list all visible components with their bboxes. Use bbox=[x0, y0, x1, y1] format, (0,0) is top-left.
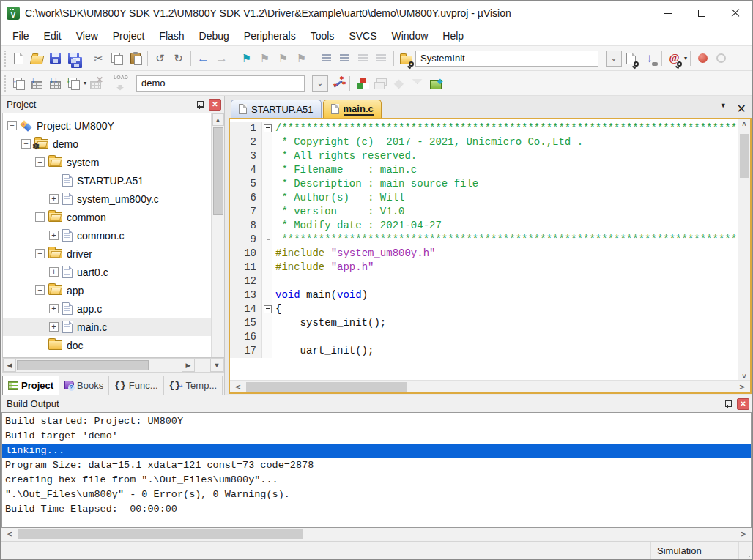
bookmark-next-button[interactable]: ⚑ bbox=[274, 49, 292, 68]
batch-build-button[interactable]: ↓ bbox=[64, 74, 83, 93]
tree-expander[interactable]: + bbox=[49, 322, 59, 332]
tree-item-project-um800y[interactable]: −Project: UM800Y bbox=[3, 116, 211, 135]
code-line[interactable]: 15 system_init(); bbox=[230, 316, 738, 330]
tree-item-demo[interactable]: −✽demo bbox=[3, 135, 211, 153]
code-line[interactable]: 5 * Description : main source file bbox=[230, 177, 738, 191]
code-line[interactable]: 11#include "app.h" bbox=[230, 261, 738, 275]
editor-scroll-down-icon[interactable]: ∨ bbox=[737, 372, 751, 380]
tree-item-startup-a51[interactable]: STARTUP.A51 bbox=[3, 171, 211, 190]
menu-debug[interactable]: Debug bbox=[192, 28, 237, 44]
toolbar-grip[interactable] bbox=[4, 51, 7, 67]
build-output-line[interactable]: creating hex file from ".\Out_Files\um80… bbox=[2, 473, 751, 488]
scroll-right-icon[interactable]: ▶ bbox=[182, 359, 195, 372]
find-button[interactable] bbox=[622, 49, 640, 68]
search-dropdown-button[interactable]: ⌄ bbox=[606, 51, 622, 67]
tree-expander[interactable]: − bbox=[7, 121, 17, 130]
download-button[interactable]: LOAD bbox=[111, 74, 130, 93]
menu-project[interactable]: Project bbox=[105, 28, 152, 44]
editor-vertical-scrollbar[interactable]: ∧ ∨ bbox=[738, 119, 750, 380]
cut-button[interactable]: ✂ bbox=[89, 49, 108, 68]
code-line[interactable]: 10#include "system_um800y.h" bbox=[230, 247, 738, 261]
build-output-close-button[interactable]: ✕ bbox=[737, 398, 749, 410]
panel-tab-functions[interactable]: {}Func... bbox=[109, 376, 163, 395]
indent-button[interactable] bbox=[335, 49, 354, 68]
manage-books-button[interactable] bbox=[426, 74, 445, 93]
build-output-line[interactable]: Program Size: data=15.1 xdata=121 const=… bbox=[2, 458, 751, 473]
breakpoint-disable-button[interactable] bbox=[712, 49, 730, 68]
navigate-forward-button[interactable]: → bbox=[212, 49, 231, 68]
tree-item-app-c[interactable]: +app.c bbox=[3, 299, 211, 318]
project-hscroll-thumb[interactable] bbox=[17, 360, 149, 370]
tree-expander[interactable]: − bbox=[21, 139, 31, 149]
resize-grip[interactable] bbox=[739, 542, 752, 559]
build-hscroll-thumb[interactable] bbox=[18, 529, 303, 539]
tree-expander[interactable]: − bbox=[35, 285, 45, 295]
fold-margin[interactable] bbox=[262, 122, 272, 135]
scroll-down-icon[interactable]: ▼ bbox=[210, 359, 223, 372]
panel-tab-books[interactable]: Books bbox=[59, 376, 109, 395]
menu-peripherals[interactable]: Peripherals bbox=[237, 28, 303, 44]
project-vscroll-thumb[interactable] bbox=[213, 127, 223, 215]
build-output-line[interactable]: Build started: Project: UM800Y bbox=[2, 414, 751, 429]
tree-expander[interactable]: − bbox=[35, 212, 45, 222]
code-line[interactable]: 8 * Modify date : 2021-04-27 bbox=[230, 219, 738, 233]
minimize-button[interactable] bbox=[651, 1, 685, 26]
code-line[interactable]: 7 * version : V1.0 bbox=[230, 205, 738, 219]
undo-button[interactable]: ↺ bbox=[151, 49, 169, 68]
pin-icon[interactable] bbox=[194, 99, 206, 111]
build-output-line[interactable]: Build Time Elapsed: 00:00:00 bbox=[2, 502, 751, 517]
code-line[interactable]: 3 * All rights reserved. bbox=[230, 149, 738, 163]
options-for-target-button[interactable] bbox=[328, 74, 346, 93]
tree-item-uart0-c[interactable]: +uart0.c bbox=[3, 263, 211, 281]
goto-button[interactable]: ↓ bbox=[640, 49, 659, 68]
tree-item-doc[interactable]: doc bbox=[3, 336, 211, 354]
breakpoint-button[interactable] bbox=[694, 49, 712, 68]
code-line[interactable]: 13void main(void) bbox=[230, 288, 738, 302]
fold-margin[interactable] bbox=[262, 302, 272, 316]
panel-tab-templates[interactable]: {}Temp... bbox=[164, 376, 223, 395]
navigate-back-button[interactable]: ← bbox=[194, 49, 212, 68]
build-horizontal-scrollbar[interactable]: < > bbox=[1, 528, 752, 540]
scroll-left-icon[interactable]: ◀ bbox=[3, 359, 16, 372]
manage-project-items-button[interactable] bbox=[353, 74, 371, 93]
bookmark-clear-button[interactable]: ⚑ bbox=[292, 49, 311, 68]
editor-hscroll-thumb[interactable] bbox=[246, 382, 407, 392]
tree-expander[interactable]: + bbox=[49, 231, 59, 240]
code-line[interactable]: 2 * Copyright (c) 2017 - 2021, Unicmicro… bbox=[230, 135, 738, 149]
tree-item-common-c[interactable]: +common.c bbox=[3, 226, 211, 244]
build-scroll-right-icon[interactable]: > bbox=[736, 529, 752, 539]
project-panel-close-button[interactable]: ✕ bbox=[209, 99, 221, 111]
editor-tab-main-c[interactable]: main.c bbox=[323, 100, 382, 118]
maximize-button[interactable] bbox=[685, 1, 719, 26]
tree-item-driver[interactable]: −driver bbox=[3, 244, 211, 263]
build-output-log[interactable]: Build started: Project: UM800YBuild targ… bbox=[1, 412, 752, 528]
toolbar-grip-2[interactable] bbox=[4, 75, 7, 92]
editor-scroll-right-icon[interactable]: > bbox=[735, 382, 750, 392]
build-output-line[interactable]: Build target 'demo' bbox=[2, 429, 751, 444]
multi-project-button[interactable] bbox=[371, 74, 390, 93]
editor-horizontal-scrollbar[interactable]: < > bbox=[230, 380, 750, 392]
bookmark-toggle-button[interactable]: ⚑ bbox=[237, 49, 256, 68]
search-combobox[interactable]: SystemInit bbox=[415, 51, 598, 67]
stop-build-button[interactable]: ✕ bbox=[86, 74, 105, 93]
menu-tools[interactable]: Tools bbox=[303, 28, 342, 44]
project-vertical-scrollbar[interactable]: ▲ bbox=[211, 113, 224, 357]
editor-vscroll-thumb[interactable] bbox=[740, 134, 749, 178]
menu-view[interactable]: View bbox=[69, 28, 105, 44]
code-line[interactable]: 1/**************************************… bbox=[230, 122, 738, 135]
scroll-up-icon[interactable]: ▲ bbox=[212, 113, 224, 126]
rebuild-button[interactable]: ↓↓ bbox=[46, 74, 64, 93]
code-line[interactable]: 14{ bbox=[230, 302, 738, 316]
build-output-line[interactable]: ".\Out_Files\um800y" - 0 Error(s), 0 War… bbox=[2, 488, 751, 502]
find-in-files-button[interactable] bbox=[397, 49, 415, 68]
menu-help[interactable]: Help bbox=[435, 28, 471, 44]
build-button[interactable]: ↓ bbox=[28, 74, 46, 93]
tree-item-common[interactable]: −common bbox=[3, 208, 211, 226]
target-dropdown-button[interactable]: ⌄ bbox=[312, 75, 328, 92]
tree-expander[interactable]: − bbox=[35, 157, 45, 167]
tree-expander[interactable]: + bbox=[49, 304, 59, 313]
build-pin-icon[interactable] bbox=[722, 398, 734, 410]
tree-item-app[interactable]: −app bbox=[3, 281, 211, 299]
code-line[interactable]: 9 **************************************… bbox=[230, 233, 738, 247]
redo-button[interactable]: ↻ bbox=[169, 49, 188, 68]
